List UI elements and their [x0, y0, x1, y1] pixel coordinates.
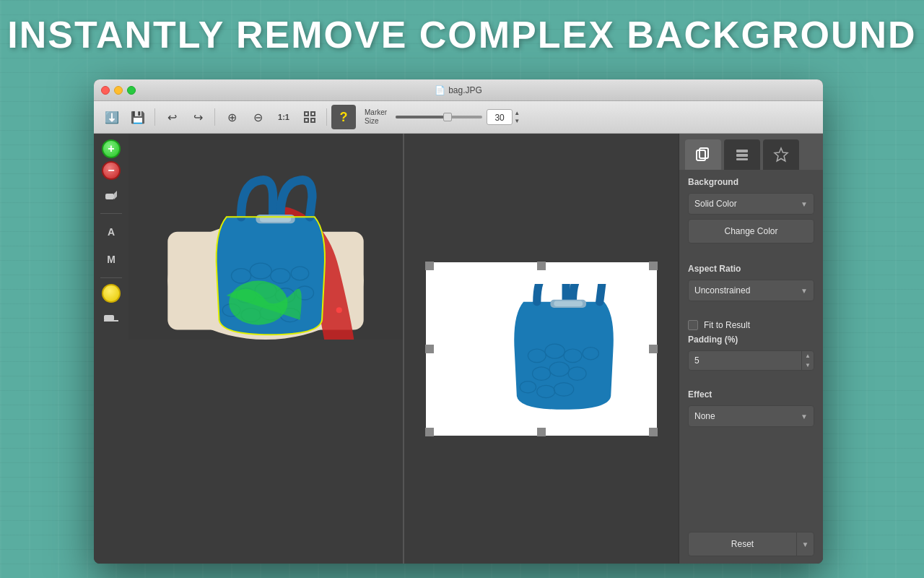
- tab-row: [679, 134, 823, 170]
- toolbar: ⬇️ 💾 ↩ ↪ ⊕ ⊖ 1:1 ? Marker Size 30 ▲ ▼: [94, 101, 823, 134]
- toolbar-separator-2: [214, 108, 215, 126]
- padding-value: 5: [689, 355, 801, 366]
- effect-label: Effect: [688, 389, 814, 400]
- add-foreground-button[interactable]: +: [102, 139, 121, 158]
- zoom-fit-button[interactable]: [297, 105, 322, 129]
- padding-label: Padding (%): [688, 335, 814, 345]
- redo-button[interactable]: ↪: [186, 105, 210, 129]
- mode-a-label: A: [108, 225, 115, 238]
- erase-all-button[interactable]: [99, 306, 123, 330]
- result-canvas: [404, 134, 679, 564]
- aspect-ratio-dropdown-arrow: ▼: [801, 287, 808, 295]
- resize-handle-ml[interactable]: [425, 345, 434, 353]
- marker-size-down[interactable]: ▼: [514, 117, 520, 125]
- fit-to-result-checkbox[interactable]: [688, 320, 698, 330]
- help-button[interactable]: ?: [331, 105, 356, 129]
- result-image-container: [426, 262, 657, 436]
- close-button[interactable]: [101, 86, 110, 95]
- svg-rect-43: [736, 154, 748, 157]
- resize-handle-bl[interactable]: [425, 428, 434, 436]
- marker-size-value: 30: [487, 109, 513, 125]
- color-picker-button[interactable]: [102, 284, 121, 303]
- fit-to-result-label: Fit to Result: [704, 320, 750, 330]
- sidebar-divider-2: [100, 277, 122, 278]
- traffic-lights: [101, 86, 136, 95]
- add-background-button[interactable]: −: [102, 161, 121, 180]
- svg-point-25: [229, 281, 287, 325]
- marker-size-group: Marker Size 30 ▲ ▼: [360, 108, 520, 126]
- save-button[interactable]: 💾: [126, 105, 150, 129]
- svg-rect-39: [554, 301, 583, 306]
- main-area: + − A M: [94, 134, 823, 564]
- mode-auto-button[interactable]: A: [99, 220, 123, 244]
- background-dropdown[interactable]: Solid Color ▼: [688, 193, 814, 215]
- marker-size-up[interactable]: ▲: [514, 109, 520, 117]
- resize-handle-tr[interactable]: [649, 262, 658, 270]
- canvas-area: [128, 134, 679, 564]
- background-section: Background Solid Color ▼ Change Color: [679, 170, 823, 256]
- zoom-1-button[interactable]: 1:1: [271, 105, 296, 129]
- svg-rect-0: [305, 112, 308, 116]
- background-label: Background: [688, 177, 814, 187]
- spacer: [679, 439, 823, 525]
- minimize-button[interactable]: [114, 86, 123, 95]
- reset-row: Reset ▼: [679, 525, 823, 564]
- resize-handle-mr[interactable]: [649, 345, 658, 353]
- effect-dropdown[interactable]: None ▼: [688, 405, 814, 427]
- zoom-in-button[interactable]: ⊕: [219, 105, 244, 129]
- padding-up[interactable]: ▲: [802, 351, 814, 361]
- marker-size-slider[interactable]: [396, 116, 482, 118]
- result-image-panel[interactable]: [404, 134, 679, 564]
- resize-handle-tl[interactable]: [425, 262, 434, 270]
- aspect-ratio-label: Aspect Ratio: [688, 264, 814, 274]
- toolbar-separator: [154, 108, 155, 126]
- sidebar-divider-1: [100, 213, 122, 214]
- aspect-ratio-option: Unconstrained: [694, 285, 801, 296]
- padding-input[interactable]: 5 ▲ ▼: [688, 350, 814, 371]
- filename: bag.JPG: [448, 85, 482, 95]
- effect-dropdown-arrow: ▼: [801, 413, 808, 420]
- svg-rect-6: [104, 315, 114, 321]
- result-bag: [469, 284, 614, 414]
- headline: INSTANTLY REMOVE COMPLEX BACKGROUND: [0, 13, 924, 56]
- padding-arrows: ▲ ▼: [801, 351, 814, 370]
- svg-rect-4: [105, 194, 114, 199]
- resize-handle-tm[interactable]: [537, 262, 546, 270]
- tab-copy[interactable]: [685, 139, 721, 170]
- reset-button-container: Reset ▼: [688, 532, 814, 556]
- title-bar: 📄 bag.JPG: [94, 79, 823, 101]
- eraser-button[interactable]: [99, 183, 123, 207]
- change-color-button[interactable]: Change Color: [688, 219, 814, 243]
- svg-marker-45: [775, 148, 788, 161]
- import-button[interactable]: ⬇️: [100, 105, 124, 129]
- svg-marker-5: [114, 191, 117, 199]
- aspect-ratio-dropdown[interactable]: Unconstrained ▼: [688, 280, 814, 301]
- mode-manual-button[interactable]: M: [99, 247, 123, 272]
- resize-handle-br[interactable]: [649, 428, 658, 436]
- maximize-button[interactable]: [127, 86, 136, 95]
- left-sidebar: + − A M: [94, 134, 128, 564]
- marker-size-arrows: ▲ ▼: [514, 109, 520, 125]
- effect-option: None: [694, 411, 801, 421]
- fit-to-result-section: Fit to Result Padding (%) 5 ▲ ▼: [679, 313, 823, 382]
- aspect-ratio-section: Aspect Ratio Unconstrained ▼: [679, 256, 823, 313]
- tab-favorites[interactable]: [763, 139, 799, 170]
- window-title: 📄 bag.JPG: [435, 85, 482, 95]
- tab-layers[interactable]: [724, 139, 760, 170]
- undo-button[interactable]: ↩: [160, 105, 184, 129]
- fit-to-result-row: Fit to Result: [688, 320, 814, 330]
- zoom-out-button[interactable]: ⊖: [245, 105, 270, 129]
- effect-section: Effect None ▼: [679, 382, 823, 439]
- padding-down[interactable]: ▼: [802, 361, 814, 370]
- svg-rect-44: [736, 158, 748, 160]
- reset-button[interactable]: Reset: [689, 532, 796, 556]
- resize-handle-bm[interactable]: [537, 428, 546, 436]
- svg-point-26: [336, 307, 342, 313]
- background-option: Solid Color: [694, 199, 801, 209]
- svg-rect-2: [305, 118, 308, 122]
- marker-size-label: Marker Size: [365, 108, 387, 126]
- svg-rect-1: [311, 112, 315, 116]
- original-image-panel[interactable]: [128, 134, 404, 564]
- file-icon: 📄: [435, 85, 445, 95]
- reset-dropdown-arrow[interactable]: ▼: [796, 532, 814, 556]
